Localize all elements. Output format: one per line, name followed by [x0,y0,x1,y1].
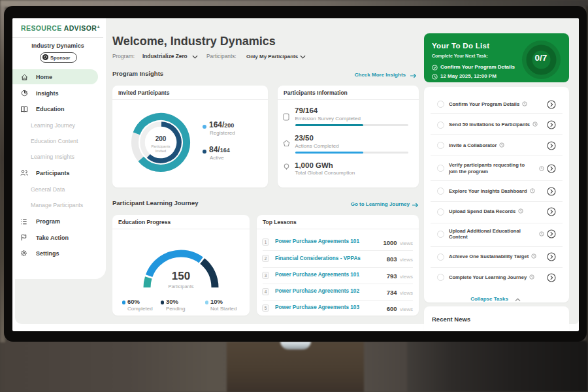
svg-text:Participants: Participants [151,144,170,148]
svg-text:200: 200 [155,135,166,142]
svg-text:Invited: Invited [155,149,165,153]
